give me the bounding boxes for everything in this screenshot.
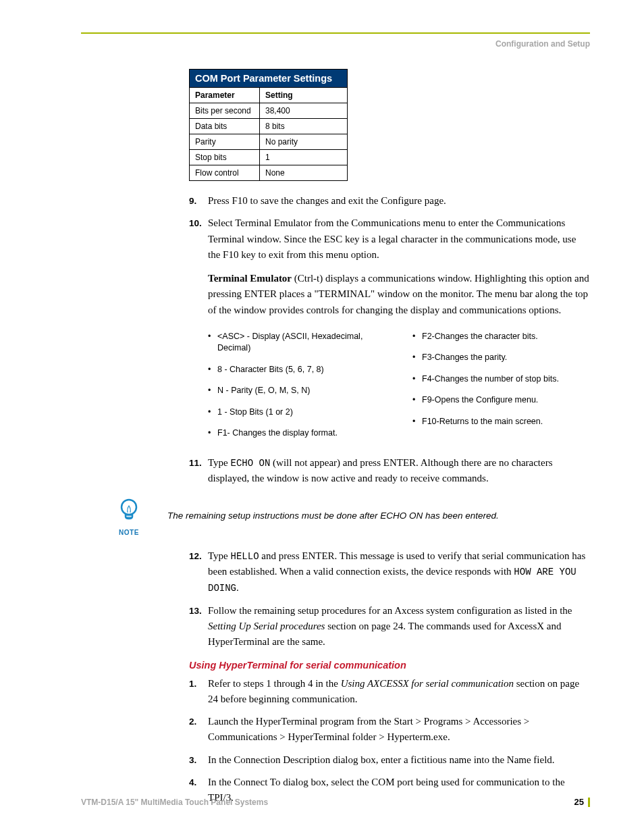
bullet-item: F3-Changes the parity. xyxy=(412,347,590,369)
cell: 8 bits xyxy=(260,119,348,134)
cell: 1 xyxy=(260,150,348,165)
hyper-step-3: In the Connection Description dialog box… xyxy=(189,752,590,768)
ordered-steps-9-11: Press F10 to save the changes and exit t… xyxy=(189,193,590,487)
header-section: Configuration and Setup xyxy=(81,39,590,49)
cell: Stop bits xyxy=(190,150,260,165)
step-12-a: Type xyxy=(208,550,231,561)
step-13-a: Follow the remaining setup procedures fo… xyxy=(208,605,572,616)
svg-point-0 xyxy=(122,500,136,515)
step-9: Press F10 to save the changes and exit t… xyxy=(189,193,590,209)
note-text: The remaining setup instructions must be… xyxy=(167,509,590,523)
cell: No parity xyxy=(260,134,348,150)
bullet-item: F4-Changes the number of stop bits. xyxy=(412,369,590,390)
step-11: Type ECHO ON (will not appear) and press… xyxy=(189,455,590,487)
bullet-item: F1- Changes the display format. xyxy=(208,423,385,444)
hyper-step-2: Launch the HyperTerminal program from th… xyxy=(189,714,590,746)
step-11-cmd: ECHO ON xyxy=(231,458,271,469)
cell: Flow control xyxy=(190,165,260,181)
terminal-emulator-bold: Terminal Emulator xyxy=(208,273,292,284)
note-label: NOTE xyxy=(115,529,143,536)
hyper-step-1: Refer to steps 1 through 4 in the Using … xyxy=(189,676,590,708)
note-icon-wrap: NOTE xyxy=(115,496,143,536)
bullet-item: N - Parity (E, O, M, S, N) xyxy=(208,380,385,402)
step-11-a: Type xyxy=(208,457,231,468)
step-12-cmd1: HELLO xyxy=(231,551,259,562)
step-10: Select Terminal Emulator from the Commun… xyxy=(189,215,590,444)
cell: Data bits xyxy=(190,119,260,134)
section-heading-hyperterminal: Using HyperTerminal for serial communica… xyxy=(189,660,590,671)
footer-page-number: 25 xyxy=(574,798,590,807)
bullet-item: <ASC> - Display (ASCII, Hexadecimal, Dec… xyxy=(208,326,385,359)
step-13-i: Setting Up Serial procedures xyxy=(208,621,325,631)
table-row: Flow controlNone xyxy=(190,165,348,181)
bullet-item: 8 - Character Bits (5, 6, 7, 8) xyxy=(208,359,385,381)
step-12: Type HELLO and press ENTER. This message… xyxy=(189,548,590,596)
table-row: Bits per second38,400 xyxy=(190,103,348,119)
table-row: Data bits8 bits xyxy=(190,119,348,134)
h1-i: Using AXCESSX for serial communication xyxy=(341,678,514,689)
bullet-col-left: <ASC> - Display (ASCII, Hexadecimal, Dec… xyxy=(208,326,385,444)
content-block: COM Port Parameter Settings Parameter Se… xyxy=(189,69,590,806)
table-row: Stop bits1 xyxy=(190,150,348,165)
note-row: NOTE The remaining setup instructions mu… xyxy=(115,496,590,536)
step-12-c: . xyxy=(236,582,239,593)
bullet-item: 1 - Stop Bits (1 or 2) xyxy=(208,402,385,423)
com-port-table: COM Port Parameter Settings Parameter Se… xyxy=(189,69,348,181)
bullet-item: F2-Changes the character bits. xyxy=(412,326,590,348)
table-head-setting: Setting xyxy=(260,88,348,103)
ordered-steps-hyper: Refer to steps 1 through 4 in the Using … xyxy=(189,676,590,806)
bullet-item: F10-Returns to the main screen. xyxy=(412,411,590,433)
footer: VTM-D15/A 15" MultiMedia Touch Panel Sys… xyxy=(81,798,590,807)
ordered-steps-12-13: Type HELLO and press ENTER. This message… xyxy=(189,548,590,650)
page: Configuration and Setup COM Port Paramet… xyxy=(0,0,644,834)
footer-title: VTM-D15/A 15" MultiMedia Touch Panel Sys… xyxy=(81,798,268,807)
terminal-emulator-para: Terminal Emulator (Ctrl-t) displays a co… xyxy=(208,271,590,318)
cell: 38,400 xyxy=(260,103,348,119)
bullet-columns: <ASC> - Display (ASCII, Hexadecimal, Dec… xyxy=(208,326,590,444)
step-13: Follow the remaining setup procedures fo… xyxy=(189,603,590,650)
bullet-col-right: F2-Changes the character bits. F3-Change… xyxy=(412,326,590,444)
cell: Parity xyxy=(190,134,260,150)
bullet-item: F9-Opens the Configure menu. xyxy=(412,390,590,411)
table-title: COM Port Parameter Settings xyxy=(190,70,348,88)
step-10-text: Select Terminal Emulator from the Commun… xyxy=(208,217,576,260)
table-head-param: Parameter xyxy=(190,88,260,103)
cell: Bits per second xyxy=(190,103,260,119)
table-row: ParityNo parity xyxy=(190,134,348,150)
h1-a: Refer to steps 1 through 4 in the xyxy=(208,678,341,689)
cell: None xyxy=(260,165,348,181)
header-rule xyxy=(81,32,590,34)
lightbulb-icon xyxy=(115,496,143,525)
